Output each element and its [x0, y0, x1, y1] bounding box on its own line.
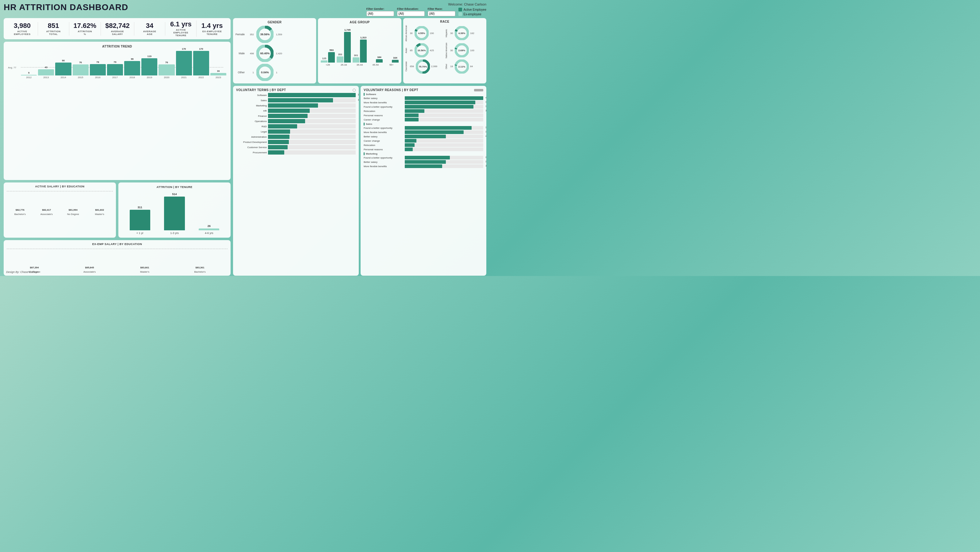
- race-inner-num: 85: [410, 49, 413, 52]
- reason-bar-wrap: 23: [405, 156, 483, 159]
- race-outer-num: 2,999: [431, 65, 437, 68]
- age-ex-num: 353: [338, 53, 342, 56]
- filter-race-select[interactable]: (All): [428, 11, 455, 16]
- filter-education-select[interactable]: (All): [397, 11, 425, 16]
- trend-bar-val: 90: [62, 59, 65, 62]
- age-x-label: 35-44: [356, 64, 363, 66]
- kpi-value: 34: [138, 22, 161, 29]
- active-salary-bar-item: $81,994 No Degree: [60, 208, 86, 216]
- right-panel: GENDER Female 352 39.56% 1,559 Male 498 …: [233, 18, 486, 276]
- age-x-label: 45-54: [372, 64, 379, 66]
- active-salary-bar-item: $82,417 Associate's: [33, 208, 60, 216]
- reason-bar-fill: [405, 143, 415, 147]
- terms-icon: [353, 89, 356, 92]
- race-donut-wrap: 10.56%: [415, 43, 429, 57]
- age-bar-ex-item: 353: [337, 53, 344, 62]
- trend-bar-val: 79: [113, 61, 116, 64]
- dept-row: Software 135: [236, 93, 356, 97]
- dept-row: Administration 33: [236, 135, 356, 139]
- race-donut-wrap: 2.69%: [455, 43, 469, 57]
- age-bar-active-item: 593: [328, 49, 335, 62]
- trend-bar-rect: [142, 58, 157, 75]
- reason-name: Found a better opportunity: [364, 105, 404, 108]
- tenure-val: 311: [138, 206, 142, 209]
- tenure-label: < 1 yr: [137, 232, 143, 235]
- reason-bar-fill: [405, 130, 464, 134]
- age-ex-num: 125: [322, 57, 326, 60]
- trend-bar-rect: [21, 75, 37, 75]
- exemp-salary-bar-item: $83,661 Master's: [117, 266, 172, 273]
- top-right: Welcome: Chase Carlson Filter Gender: (A…: [366, 2, 486, 16]
- reason-row: More flexible benefits 30: [364, 130, 483, 134]
- trend-bar-val: 43: [45, 66, 48, 69]
- gender-label: Male: [235, 52, 245, 55]
- dept-name: Marketing: [236, 104, 267, 107]
- dept-name: Finance: [236, 115, 267, 118]
- dept-bar-fill: [268, 114, 307, 118]
- reason-name: Relocation: [364, 110, 404, 113]
- race-donut-svg: 75.70%: [416, 59, 430, 73]
- reason-name: Relocation: [364, 144, 404, 146]
- filter-gender-group: Filter Gender: (All): [366, 7, 394, 16]
- race-label: Caucasian: [405, 61, 409, 72]
- trend-bar-item: 76 2020: [159, 61, 175, 79]
- tenure-card: ATTRITION | BY TENURE 311 < 1 yr 514 1-3…: [118, 183, 231, 238]
- trend-bar-year: 2016: [95, 76, 100, 79]
- gender-top-num: 352: [247, 33, 254, 36]
- tenure-title: ATTRITION | BY TENURE: [123, 186, 226, 189]
- reason-row: Found a better opportunity 23: [364, 156, 483, 159]
- age-active-num: 593: [329, 49, 334, 51]
- dept-bar-wrap: 30: [268, 145, 356, 150]
- age-bar-active-item: 1,313: [360, 36, 367, 62]
- gender-donut-row: Other 1 0.04% 1: [235, 64, 314, 81]
- reason-row: Found a better opportunity 34: [364, 126, 483, 130]
- trend-bar-year: 2018: [129, 76, 135, 79]
- race-donut-svg: 2.69%: [455, 43, 469, 57]
- trend-bar-val: 170: [182, 48, 186, 50]
- salary-label: Associate's: [40, 213, 53, 216]
- kpi-value: 1.4 yrs: [201, 22, 223, 29]
- reason-row: More flexible benefits 36: [364, 100, 483, 104]
- dept-row: Marketing 77: [236, 103, 356, 108]
- trend-bar-year: 2023: [216, 76, 221, 79]
- age-bar-ex-item: 125: [321, 57, 328, 62]
- gender-donut-svg: 60.40%: [256, 45, 274, 62]
- kpi-label: AVERAGESALARY: [105, 30, 130, 36]
- dept-name: Product Development: [236, 141, 267, 143]
- age-bar-active-item: 164: [392, 56, 399, 62]
- reason-bar-num: 35: [485, 105, 486, 108]
- legend-active-dot: [458, 8, 462, 11]
- exemp-salary-bar-item: $85,845 Associate's: [62, 266, 117, 273]
- reason-bar-fill: [405, 135, 446, 138]
- voluntary-reasons-header: VOLUNTARY REASONS | BY DEPT: [364, 88, 483, 92]
- trend-bar-item: 16 2023: [210, 70, 226, 79]
- gender-donut-wrap: 0.04%: [256, 64, 274, 81]
- svg-text:0.04%: 0.04%: [261, 71, 269, 74]
- age-bars: 125 593 <25 353 1,745 25-34 301: [320, 26, 399, 66]
- race-donut-svg: 4.39%: [455, 26, 469, 40]
- trend-bar-val: 99: [131, 58, 134, 60]
- active-salary-card: ACTIVE SALARY | BY EDUCATION $82,776 Bac…: [4, 183, 116, 238]
- filter-gender-select[interactable]: (All): [366, 11, 394, 16]
- salary-label: No Degree: [67, 213, 79, 216]
- age-active-num: 1,313: [360, 36, 366, 39]
- race-donut-svg: 4.55%: [415, 26, 429, 40]
- active-salary-title: ACTIVE SALARY | BY EDUCATION: [7, 185, 113, 188]
- dept-bar-wrap: 64: [268, 108, 356, 113]
- gender-label: Female: [235, 33, 245, 36]
- trend-bar-rect: [159, 64, 175, 75]
- race-inner-num: 30: [410, 32, 413, 35]
- kpi-item: 34 AVERAGEAGE: [134, 22, 165, 36]
- trend-bar-year: 2022: [198, 76, 204, 79]
- salary-val: $82,776: [16, 208, 24, 211]
- reasons-scrollbar[interactable]: [474, 89, 483, 91]
- race-label: African American: [405, 25, 409, 41]
- dept-bar-fill: [268, 129, 290, 134]
- race-item: Other 18 2.11% 84: [445, 59, 484, 73]
- race-donut-wrap: 75.70%: [416, 59, 430, 73]
- reason-row: Found a better opportunity 35: [364, 105, 483, 108]
- dept-name: Operations: [236, 120, 267, 122]
- race-outer-num: 425: [430, 49, 434, 52]
- reason-row: Better salary 40: [364, 96, 483, 100]
- age-active-num: 1,745: [344, 29, 350, 31]
